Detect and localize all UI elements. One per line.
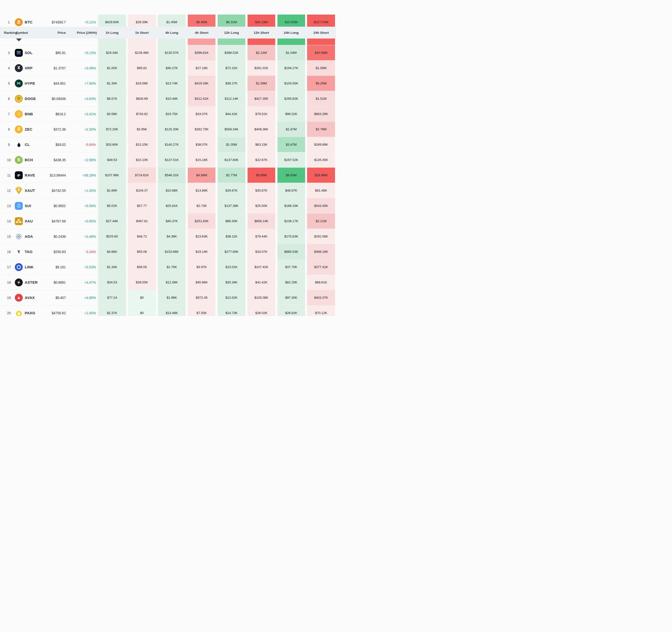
table-row[interactable]: 11 RAVE$13.98444+58.28%$107.96K$724.61K$… <box>0 168 336 183</box>
value-cell: $25.50K <box>247 198 275 213</box>
value-cell: $81.48K <box>307 183 335 198</box>
value-cell: $9.99M <box>247 168 275 183</box>
header-1h-long[interactable]: 1h Long <box>97 27 127 39</box>
header-price-24h[interactable]: Price (24h%) <box>77 27 97 39</box>
change-24h-cell: +2.48% <box>64 229 96 244</box>
value-cell: $125.30K <box>158 122 186 137</box>
table-row[interactable]: 8ƵZEC$372.36+2.30%$72.20K$3.95K$125.30K$… <box>0 122 336 137</box>
value-cell: $77.24 <box>98 290 126 305</box>
value-cell: $558.34K <box>218 122 245 137</box>
value-cell: $427.35K <box>247 91 275 106</box>
liquidation-cells: $525.60$48.72$4.36K$23.63K$36.11K$78.44K… <box>97 229 336 244</box>
header-24h-long[interactable]: 24h Long <box>276 27 306 39</box>
xaut-icon: ₮ <box>15 187 23 195</box>
value-cell: $26.02K <box>247 305 275 316</box>
value-cell: $153.86K <box>158 244 186 259</box>
value-cell: $35.34K <box>218 275 245 290</box>
value-cell: $78.44K <box>247 229 275 244</box>
table-row[interactable]: 7 BNB$618.2+3.41%$3.58K$743.62$19.75K$33… <box>0 106 336 122</box>
table-row[interactable]: 13 SUI$0.9502+5.58%$5.02K$57.77$25.81K$2… <box>0 198 336 213</box>
price-cell: $438.35 <box>37 152 66 168</box>
table-row[interactable]: 20PAXG$4750.62+1.00%$2.37K$0$13.48K$7.55… <box>0 305 336 316</box>
cl-icon <box>15 141 23 149</box>
value-cell: $3.58K <box>98 106 126 122</box>
table-row[interactable]: 17 LINK$9.181+5.53%$1.34K$58.05$1.75K$3.… <box>0 259 336 275</box>
value-cell: $5.25M <box>307 76 335 91</box>
value-cell: $238.17K <box>278 213 305 229</box>
symbol-label: SUI <box>25 198 31 213</box>
value-cell: $0 <box>128 305 155 316</box>
value-cell: $104.55K <box>278 76 305 91</box>
price-cell: $85.91 <box>37 45 66 60</box>
value-cell: $55.08 <box>128 244 155 259</box>
header-12h-long[interactable]: 12h Long <box>217 27 246 39</box>
header-price[interactable]: Price <box>37 27 66 39</box>
price-cell: $9.181 <box>37 259 66 275</box>
avax-icon: ▲ <box>15 294 23 302</box>
change-24h-cell: +0.95% <box>64 213 96 229</box>
header-symbol[interactable]: Symbol <box>16 27 28 39</box>
value-cell: $66.30K <box>218 213 245 229</box>
table-row[interactable]: 6ÐDOGE$0.09436+3.83%$8.57K$826.69$10.44K… <box>0 91 336 106</box>
value-cell: $525.60 <box>98 229 126 244</box>
header-12h-short[interactable]: 12h Short <box>246 27 276 39</box>
value-cell: $72.20K <box>98 122 126 137</box>
header-24h-short[interactable]: 24h Short <box>306 27 336 39</box>
value-cell: $12.56K <box>158 275 186 290</box>
value-cell: $1.30K <box>98 76 126 91</box>
value-cell: $63.15K <box>247 137 275 152</box>
liquidation-cells: $77.24$0$1.96K$972.45$13.52K$105.08K$97.… <box>97 290 336 305</box>
header-4h-short[interactable]: 4h Short <box>187 27 217 39</box>
price-cell: $4750.62 <box>37 305 66 316</box>
bnb-icon <box>15 110 23 118</box>
table-row[interactable]: 14 XAU$4767.68+0.95%$27.44K$467.81$40.37… <box>0 213 336 229</box>
value-cell: $1.00K <box>98 60 126 76</box>
value-cell: $656.14K <box>247 213 275 229</box>
value-cell: $377.41K <box>307 259 335 275</box>
table-row[interactable]: 4XXRP$1.3707+3.46%$1.00K$95.82$40.27K$27… <box>0 60 336 76</box>
value-cell: $107.96K <box>98 168 126 183</box>
price-cell: $93.02 <box>37 137 66 152</box>
value-cell: $19.14K <box>188 244 215 259</box>
value-cell: $4.36K <box>158 229 186 244</box>
value-cell: $5.02K <box>98 198 126 213</box>
symbol-label: CL <box>25 137 30 152</box>
table-row[interactable]: 3 SOL$85.91+5.13%$29.34K$228.46K$130.57K… <box>0 45 336 60</box>
table-row[interactable]: 5⋈HYPE$44.851+7.90%$1.30K$19.56K$13.74K$… <box>0 76 336 91</box>
value-cell: $1.59M <box>307 60 335 76</box>
price-cell: $372.36 <box>37 122 66 137</box>
value-cell: $543.45K <box>307 198 335 213</box>
symbol-label: HYPE <box>25 76 35 91</box>
header-1h-short[interactable]: 1h Short <box>127 27 157 39</box>
value-cell: $4.56M <box>188 168 215 183</box>
value-cell: $194.27K <box>278 60 305 76</box>
table-row[interactable]: 9 CL$93.02-5.64%$33.60K$13.15K$140.27K$3… <box>0 137 336 152</box>
table-row[interactable]: 19▲AVAX$9.407+4.66%$77.24$0$1.96K$972.45… <box>0 290 336 305</box>
change-24h-cell: +3.41% <box>64 106 96 122</box>
symbol-label: XAU <box>25 213 33 229</box>
value-cell: $10.58M <box>307 45 335 60</box>
value-cell: $41.42K <box>247 275 275 290</box>
symbol-label: DOGE <box>25 91 36 106</box>
value-cell: $57.77 <box>128 198 155 213</box>
table-row[interactable]: 15ADA$0.2436+2.48%$525.60$48.72$4.36K$23… <box>0 229 336 244</box>
value-cell: $403.37K <box>307 290 335 305</box>
value-cell: $48.87K <box>278 183 305 198</box>
value-cell: $33.60K <box>98 137 126 152</box>
value-cell: $275.83K <box>278 229 305 244</box>
value-cell: $37.70K <box>278 259 305 275</box>
header-4h-long[interactable]: 4h Long <box>157 27 187 39</box>
header-ranking[interactable]: Ranking <box>4 27 17 39</box>
table-row[interactable]: 10₿BCH$438.35+2.98%$49.53$10.10K$137.01K… <box>0 152 336 168</box>
value-cell: $1.51M <box>307 91 335 106</box>
value-cell: $58.05 <box>128 259 155 275</box>
value-cell: $27.44K <box>98 213 126 229</box>
value-cell: $282.75K <box>188 122 215 137</box>
ada-icon <box>15 232 23 241</box>
value-cell: $10.66K <box>158 183 186 198</box>
table-row[interactable]: 12₮XAUT$4742.55+1.00%$1.69K$104.37$10.66… <box>0 183 336 198</box>
value-cell: $1.34K <box>98 259 126 275</box>
table-row[interactable]: 16τTAO$250.83-3.34%$4.66K$55.08$153.86K$… <box>0 244 336 259</box>
table-row[interactable]: 18 ASTER$0.6891+4.47%$34.53$39.55K$12.56… <box>0 275 336 290</box>
value-cell: $39.55K <box>128 275 155 290</box>
